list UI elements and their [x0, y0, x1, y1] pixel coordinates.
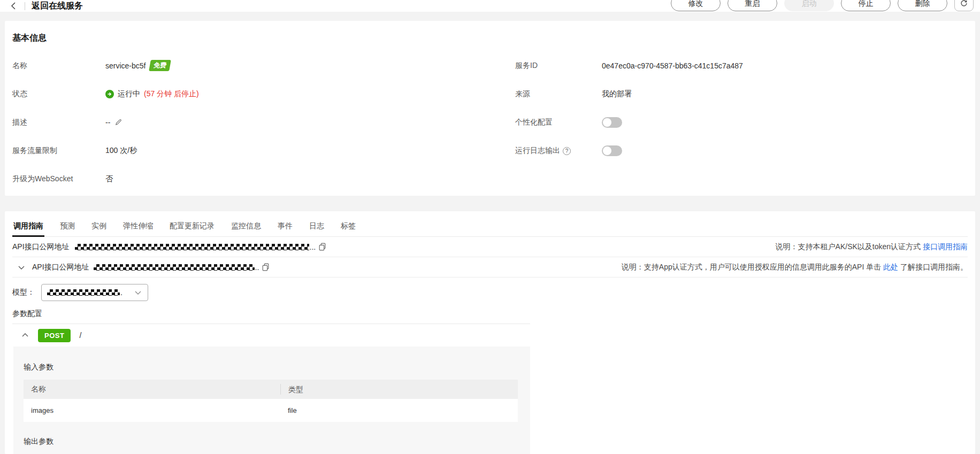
personal-config-label: 个性化配置	[515, 118, 602, 127]
free-badge: 免费	[149, 60, 172, 71]
traffic-limit-label: 服务流量限制	[12, 146, 105, 156]
tab-auto-scaling[interactable]: 弹性伸缩	[122, 218, 154, 236]
help-icon[interactable]: ?	[563, 147, 571, 155]
output-params-title: 输出参数	[24, 437, 530, 447]
stop-button[interactable]: 停止	[841, 0, 891, 11]
status-row: 状态 运行中 (57 分钟 后停止)	[12, 80, 515, 108]
model-label: 模型：	[12, 288, 35, 297]
api-address-label-2: API接口公网地址	[32, 263, 89, 272]
column-header-type: 类型	[280, 384, 518, 395]
traffic-limit-row: 服务流量限制 100 次/秒	[12, 136, 515, 165]
source-row: 来源 我的部署	[515, 80, 743, 108]
name-value: service-bc5f 免费	[105, 60, 170, 71]
websocket-value: 否	[105, 174, 113, 184]
param-name-cell: images	[24, 406, 280, 414]
basic-info-right-column: 服务ID 0e47ec0a-c970-4587-bb63-c41c15c7a48…	[515, 51, 743, 193]
table-row: images file	[24, 399, 518, 422]
source-label: 来源	[515, 89, 602, 99]
tab-invocation-guide[interactable]: 调用指南	[12, 218, 44, 236]
log-output-row: 运行日志输出?	[515, 136, 743, 165]
service-id-row: 服务ID 0e47ec0a-c970-4587-bb63-c41c15c7a48…	[515, 51, 743, 80]
traffic-limit-value: 100 次/秒	[105, 146, 137, 156]
description-text: --	[105, 118, 110, 127]
source-value: 我的部署	[602, 89, 632, 99]
param-type-cell: file	[280, 405, 518, 416]
table-header: 名称 类型	[24, 380, 518, 399]
endpoint-detail-panel: 输入参数 名称 类型 images file 输出参数	[13, 347, 530, 454]
note-text: 说明：支持App认证方式，用户可以使用授权应用的信息调用此服务的API 单击	[622, 263, 881, 271]
websocket-label: 升级为WebSocket	[12, 174, 105, 184]
log-output-toggle[interactable]	[602, 145, 622, 156]
model-row: 模型： .	[12, 284, 968, 301]
tab-monitoring[interactable]: 监控信息	[230, 218, 262, 236]
param-config-label: 参数配置	[12, 309, 968, 319]
api-address-row-2: API接口公网地址 .. 说明：支持App认证方式，用户可以使用授权应用的信息调…	[12, 257, 968, 278]
start-button: 启动	[784, 0, 834, 11]
description-value: --	[105, 118, 122, 127]
chevron-up-icon[interactable]	[21, 331, 29, 340]
tab-bar: 调用指南 预测 实例 弹性伸缩 配置更新记录 监控信息 事件 日志 标签	[12, 211, 968, 237]
api-note-1: 说明：支持本租户AK/SK以及token认证方式 接口调用指南	[776, 242, 968, 252]
note-text: 了解接口调用指南。	[900, 263, 968, 271]
tab-events[interactable]: 事件	[277, 218, 294, 236]
input-params-title: 输入参数	[24, 363, 530, 372]
status-text: 运行中	[118, 89, 140, 99]
status-label: 状态	[12, 89, 105, 99]
name-row: 名称 service-bc5f 免费	[12, 51, 515, 80]
toggle-knob	[603, 118, 611, 127]
description-row: 描述 --	[12, 108, 515, 136]
masked-model-name	[47, 289, 120, 296]
topbar: 返回在线服务 修改 重启 启动 停止 删除	[0, 0, 980, 12]
mask-ellipsis-2: ..	[255, 263, 259, 272]
title-divider	[25, 2, 25, 10]
basic-info-grid: 名称 service-bc5f 免费 状态 运行中 (57 分钟	[12, 51, 968, 193]
personal-config-row: 个性化配置	[515, 108, 743, 136]
chevron-down-icon[interactable]	[17, 263, 26, 272]
tab-tags[interactable]: 标签	[340, 218, 357, 236]
model-select[interactable]: .	[41, 284, 148, 301]
status-value: 运行中 (57 分钟 后停止)	[105, 89, 199, 99]
action-buttons: 修改 重启 启动 停止 删除	[671, 0, 974, 11]
service-id-label: 服务ID	[515, 61, 602, 71]
tab-logs[interactable]: 日志	[308, 218, 325, 236]
websocket-row: 升级为WebSocket 否	[12, 165, 515, 193]
copy-icon[interactable]	[318, 242, 327, 251]
edit-icon[interactable]	[114, 118, 122, 126]
basic-info-card: 基本信息 名称 service-bc5f 免费 状态	[5, 21, 975, 196]
mask-dot: .	[120, 288, 122, 297]
modify-button[interactable]: 修改	[671, 0, 721, 11]
name-label: 名称	[12, 61, 105, 71]
status-countdown: (57 分钟 后停止)	[144, 89, 199, 99]
column-header-name: 名称	[24, 384, 280, 394]
api-guide-link[interactable]: 接口调用指南	[923, 242, 968, 251]
restart-button[interactable]: 重启	[728, 0, 777, 11]
log-output-text: 运行日志输出	[515, 146, 560, 155]
tab-instances[interactable]: 实例	[90, 218, 108, 236]
api-address-row-1: API接口公网地址 ... 说明：支持本租户AK/SK以及token认证方式 接…	[12, 237, 968, 257]
back-icon[interactable]	[10, 2, 18, 10]
topbar-left: 返回在线服务	[10, 1, 83, 12]
running-status-icon	[105, 90, 114, 98]
refresh-icon	[960, 0, 968, 7]
tab-prediction[interactable]: 预测	[59, 218, 76, 236]
log-output-label: 运行日志输出?	[515, 146, 602, 156]
post-method-badge: POST	[38, 329, 71, 342]
mask-ellipsis: ...	[310, 243, 316, 251]
page-title: 返回在线服务	[32, 1, 83, 12]
personal-config-toggle[interactable]	[602, 117, 622, 128]
refresh-button[interactable]	[954, 0, 974, 11]
delete-button[interactable]: 删除	[898, 0, 947, 11]
post-endpoint-row: POST /	[12, 324, 968, 347]
tab-config-update-records[interactable]: 配置更新记录	[169, 218, 216, 236]
masked-api-url	[75, 244, 309, 250]
service-name: service-bc5f	[105, 61, 146, 70]
basic-info-title: 基本信息	[12, 33, 968, 44]
here-link[interactable]: 此处	[883, 263, 898, 271]
copy-icon[interactable]	[261, 263, 270, 272]
note-text: 说明：支持本租户AK/SK以及token认证方式	[776, 242, 921, 251]
api-note-2: 说明：支持App认证方式，用户可以使用授权应用的信息调用此服务的API 单击 此…	[622, 263, 968, 272]
description-label: 描述	[12, 118, 105, 127]
masked-api-url-2	[94, 264, 255, 271]
detail-card: 调用指南 预测 实例 弹性伸缩 配置更新记录 监控信息 事件 日志 标签 API…	[5, 211, 975, 454]
toggle-knob	[603, 147, 611, 155]
